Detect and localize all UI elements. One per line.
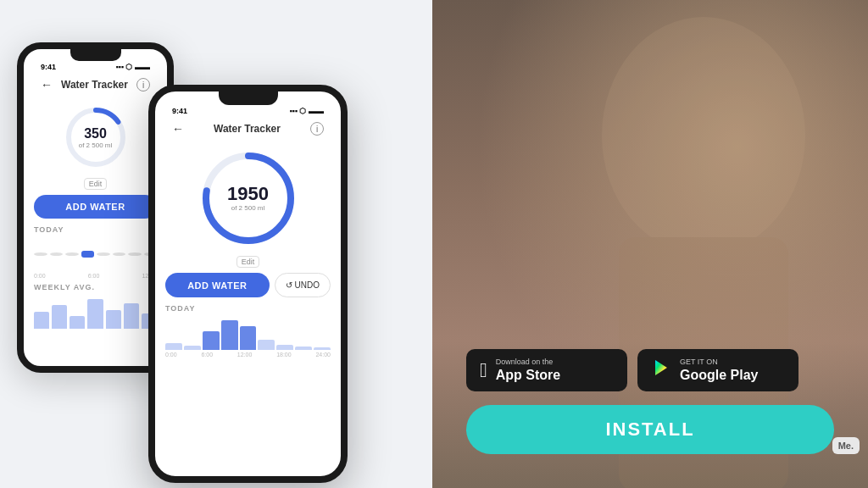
water-circle-area-front: 1950 of 2 500 ml	[165, 147, 331, 249]
wbar2	[52, 305, 67, 329]
svg-point-4	[602, 17, 805, 254]
wbar4	[87, 299, 103, 329]
dot5	[97, 252, 110, 256]
info-icon-front: i	[310, 122, 324, 136]
phone-front: 9:41 ▪▪▪ ⬡ ▬▬ ← Water Tracker i	[148, 85, 348, 483]
edit-area-back: Edit	[34, 175, 157, 190]
screen-front: 9:41 ▪▪▪ ⬡ ▬▬ ← Water Tracker i	[155, 105, 341, 358]
today-label-front: TODAY	[165, 304, 331, 313]
dot7	[128, 252, 142, 256]
undo-icon: ↺	[286, 280, 292, 290]
chart-front: 0:00 6:00 12:00 18:00 24:00	[165, 316, 331, 358]
weekly-label-back: WEEKLY AVG.	[34, 283, 157, 291]
time-front: 9:41	[172, 107, 187, 115]
notch-back	[70, 49, 121, 61]
play-icon	[651, 358, 671, 383]
me-badge: Me.	[832, 437, 860, 454]
wbar1	[34, 312, 49, 329]
water-amount-front: 1950	[227, 184, 269, 204]
app-store-main-text: App Store	[496, 367, 560, 383]
status-bar-back: 9:41 ▪▪▪ ⬡ ▬▬	[34, 61, 157, 73]
bar3	[203, 331, 220, 350]
cta-area:  Download on the App Store	[466, 349, 834, 454]
google-play-text: GET IT ON Google Play	[680, 358, 758, 383]
nav-back: ← Water Tracker i	[34, 73, 157, 97]
edit-area-front: Edit	[165, 252, 331, 268]
undo-btn-front[interactable]: ↺ UNDO	[275, 273, 331, 297]
app-store-text: Download on the App Store	[496, 358, 560, 383]
chart-bars-front	[165, 316, 331, 350]
nav-front: ← Water Tracker i	[165, 117, 331, 141]
bar8	[295, 347, 312, 350]
undo-label: UNDO	[295, 280, 320, 290]
signal-back: ▪▪▪ ⬡ ▬▬	[115, 63, 150, 71]
bar7	[276, 345, 293, 350]
signal-front: ▪▪▪ ⬡ ▬▬	[289, 107, 324, 115]
dot6	[113, 252, 126, 256]
app-store-button[interactable]:  Download on the App Store	[466, 349, 627, 391]
phones-container: 9:41 ▪▪▪ ⬡ ▬▬ ← Water Tracker i	[0, 17, 432, 488]
app-store-top-text: Download on the	[496, 358, 560, 367]
nav-title-front: Water Tracker	[214, 123, 281, 135]
apple-icon: 	[480, 358, 487, 382]
dot3	[65, 252, 79, 256]
water-sub-back: of 2 500 ml	[79, 141, 113, 148]
water-circle-area-back: 350 of 2 500 ml	[34, 103, 157, 171]
bar5	[240, 326, 257, 350]
water-text-back: 350 of 2 500 ml	[79, 126, 113, 149]
left-panel: 9:41 ▪▪▪ ⬡ ▬▬ ← Water Tracker i	[0, 0, 432, 488]
bar4	[221, 320, 238, 350]
today-label-back: TODAY	[34, 225, 157, 234]
chart-dots-back	[34, 237, 157, 271]
water-circle-back: 350 of 2 500 ml	[62, 103, 130, 171]
bar2	[184, 346, 201, 350]
screen-back: 9:41 ▪▪▪ ⬡ ▬▬ ← Water Tracker i	[24, 61, 167, 329]
btn-row-front: ADD WATER ↺ UNDO	[165, 273, 331, 297]
install-button[interactable]: INSTALL	[466, 405, 834, 454]
info-icon-back: i	[136, 78, 150, 92]
edit-btn-back[interactable]: Edit	[84, 178, 108, 190]
water-circle-front: 1950 of 2 500 ml	[198, 147, 299, 249]
bar9	[314, 347, 331, 350]
wbar3	[70, 316, 85, 329]
water-sub-front: of 2 500 ml	[227, 205, 269, 213]
dot1	[34, 252, 47, 256]
dot4	[81, 251, 95, 258]
chart-axis-front: 0:00 6:00 12:00 18:00 24:00	[165, 352, 331, 358]
right-panel:  Download on the App Store	[432, 0, 868, 488]
google-play-top-text: GET IT ON	[680, 358, 758, 367]
notch-front	[219, 92, 278, 105]
chart-back: 0:00 6:00 12:00	[34, 237, 157, 280]
edit-btn-front[interactable]: Edit	[236, 256, 260, 268]
wbar5	[106, 310, 121, 329]
dot2	[50, 252, 64, 256]
nav-title-back: Water Tracker	[61, 79, 128, 91]
water-amount-back: 350	[79, 126, 113, 141]
add-water-btn-back[interactable]: ADD WATER	[34, 195, 157, 219]
back-arrow-back: ←	[41, 78, 53, 92]
weekly-bars-back	[34, 295, 157, 329]
google-play-button[interactable]: GET IT ON Google Play	[637, 349, 798, 391]
water-text-front: 1950 of 2 500 ml	[227, 184, 269, 212]
google-play-main-text: Google Play	[680, 367, 758, 383]
back-arrow-front: ←	[172, 122, 184, 136]
chart-axis-back: 0:00 6:00 12:00	[34, 273, 157, 279]
status-bar-front: 9:41 ▪▪▪ ⬡ ▬▬	[165, 105, 331, 117]
wbar6	[124, 303, 139, 329]
store-buttons:  Download on the App Store	[466, 349, 834, 391]
svg-marker-6	[655, 360, 667, 375]
bar6	[258, 340, 275, 350]
bar1	[165, 343, 182, 350]
time-back: 9:41	[41, 63, 56, 71]
add-water-btn-front[interactable]: ADD WATER	[165, 273, 270, 297]
